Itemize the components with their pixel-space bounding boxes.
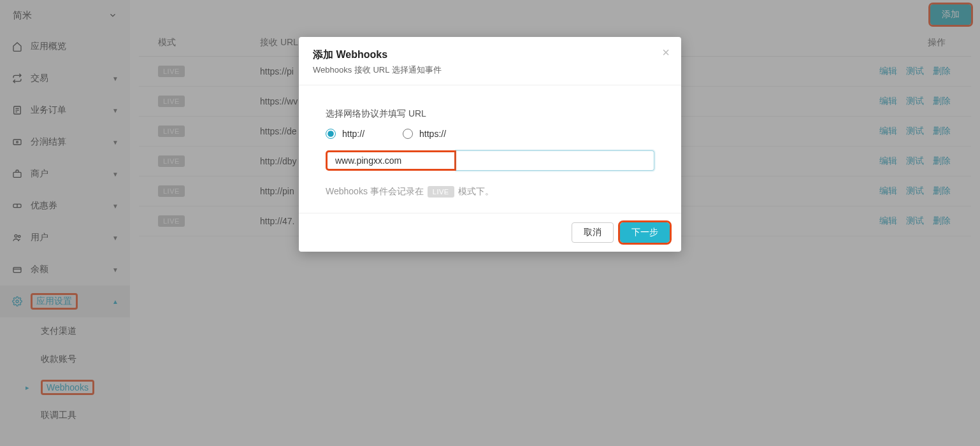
close-icon[interactable]: × [662,46,670,59]
radio-https-label: https:// [419,129,446,139]
live-badge: LIVE [428,186,454,198]
hint-text-before: Webhooks 事件会记录在 [326,186,424,198]
next-button[interactable]: 下一步 [620,222,670,243]
radio-http[interactable]: http:// [326,129,364,139]
hint-text-after: 模式下。 [458,186,494,198]
url-prefix-input[interactable] [326,150,456,171]
modal-header: 添加 Webhooks Webhooks 接收 URL 选择通知事件 × [299,37,681,85]
radio-https[interactable]: https:// [403,129,446,139]
protocol-label: 选择网络协议并填写 URL [326,108,654,120]
modal-overlay: 添加 Webhooks Webhooks 接收 URL 选择通知事件 × 选择网… [0,0,980,446]
url-path-input[interactable] [456,150,654,171]
mode-hint: Webhooks 事件会记录在 LIVE 模式下。 [326,186,654,198]
radio-https-input[interactable] [403,129,413,139]
modal-footer: 取消 下一步 [299,213,681,252]
modal-subtitle: Webhooks 接收 URL 选择通知事件 [313,64,667,76]
add-webhook-modal: 添加 Webhooks Webhooks 接收 URL 选择通知事件 × 选择网… [299,37,681,252]
radio-http-label: http:// [342,129,364,139]
url-input-row [326,150,654,171]
radio-http-input[interactable] [326,129,336,139]
modal-body: 选择网络协议并填写 URL http:// https:// Webhooks … [299,85,681,213]
protocol-radio-group: http:// https:// [326,129,654,139]
modal-title: 添加 Webhooks [313,48,667,62]
cancel-button[interactable]: 取消 [572,222,614,243]
